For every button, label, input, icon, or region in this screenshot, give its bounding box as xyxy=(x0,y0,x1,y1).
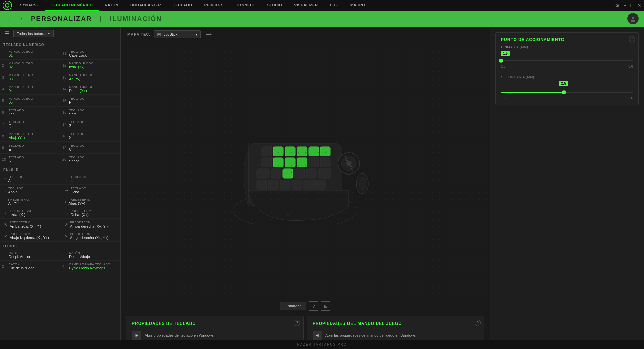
help-button[interactable]: ? xyxy=(309,301,318,311)
dpad-left-name: Izda. xyxy=(71,179,118,183)
key-4-num: 4 xyxy=(2,87,9,91)
upright-preset-icon: ↗ xyxy=(64,222,68,227)
grid-view-button[interactable]: ⊞ xyxy=(321,301,330,311)
gamepad-props-help-icon[interactable]: ? xyxy=(475,320,481,326)
dpad-up-preset-type: PREDETERM. xyxy=(8,198,58,201)
key-5[interactable]: 5 MANDO JUEGO 05 xyxy=(0,95,60,106)
key-15-name: F xyxy=(69,100,118,104)
key-19[interactable]: 19 TECLADO C xyxy=(60,142,120,153)
tab-teclado[interactable]: TECLADO xyxy=(167,0,198,11)
tab-perfiles[interactable]: PERFILES xyxy=(198,0,230,11)
keyboard-props-link[interactable]: Abrir propiedades del teclado en Windows xyxy=(145,333,214,337)
dpad-left-preset[interactable]: ← PREDETERM. Izda. (X-) xyxy=(0,207,60,219)
settings-icon[interactable]: ⚙ xyxy=(615,3,620,8)
up-arrow-icon: ↑ xyxy=(4,176,6,181)
otros-row-1: 1 RATÓN Despl. Arriba 3 RATÓN Despl. Aba… xyxy=(0,249,120,261)
left-preset-icon: ← xyxy=(4,210,8,215)
more-button[interactable]: ••• xyxy=(204,31,214,38)
key-1-num: 1 xyxy=(2,52,9,56)
key-16-name: Shift xyxy=(69,112,118,116)
menu-button[interactable]: ☰ xyxy=(3,30,11,37)
section-otros: OTROS xyxy=(0,242,120,249)
dpad-down-preset[interactable]: ↓ PREDETERM. Abaj. (Y+) xyxy=(60,196,120,207)
forward-button[interactable]: › xyxy=(18,14,25,24)
title-separator: | xyxy=(100,15,102,23)
key-16[interactable]: 16 TECLADO Shift xyxy=(60,107,120,118)
filter-dropdown[interactable]: Todos los boton... ▾ xyxy=(13,30,54,37)
tab-macro[interactable]: MACRO xyxy=(344,0,371,11)
otros-4[interactable]: 4 CAMBIAR MAPA TECLADO Cycle Down Keymap… xyxy=(60,261,120,272)
key-14[interactable]: 14 MANDO JUEGO Dcha. (X+) xyxy=(60,83,120,95)
key-2[interactable]: 2 MANDO JUEGO 02 xyxy=(0,60,60,71)
primary-slider-thumb[interactable] xyxy=(499,59,503,63)
keymap-bar: MAPA TEC. 🎮 JoyStick ▾ ••• xyxy=(121,27,490,42)
dpad-left[interactable]: ← TECLADO Izda. xyxy=(60,173,120,185)
otros-4-type: CAMBIAR MAPA TECLADO xyxy=(69,263,118,266)
key-12[interactable]: 12 MANDO JUEGO Izda. (X-) xyxy=(60,60,120,71)
dpad-up-preset[interactable]: ↑ PREDETERM. Ar. (Y-) xyxy=(0,196,60,207)
tab-studio[interactable]: STUDIO xyxy=(261,0,288,11)
key-8[interactable]: 8 MANDO JUEGO Abaj. (Y+) xyxy=(0,130,60,142)
dpad-downleft-preset[interactable]: ↙ PREDETERM. Abajo izquierda (X-, Y+) xyxy=(0,230,60,242)
standard-button[interactable]: Estándar xyxy=(280,302,306,310)
otros-3[interactable]: 3 RATÓN Despl. Abajo xyxy=(60,249,120,261)
left-panel: ☰ Todos los boton... ▾ TECLADO NUMÉRICO … xyxy=(0,27,121,349)
dpad-upright-preset[interactable]: ↗ PREDETERM. Arriba derecha (X+, Y-) xyxy=(60,219,120,230)
actuation-help-icon[interactable]: ? xyxy=(629,36,635,42)
key-3[interactable]: 3 MANDO JUEGO 03 xyxy=(0,71,60,83)
dpad-up[interactable]: ↑ TECLADO Ar. xyxy=(0,173,60,185)
footer: RAZER TARTARUS PRO xyxy=(0,340,644,349)
key-7[interactable]: 7 TECLADO Q xyxy=(0,118,60,130)
otros-1-name: Despl. Arriba xyxy=(9,255,58,259)
gamepad-props-link[interactable]: Abrir las propiedades del mando del jueg… xyxy=(325,333,417,337)
dpad-downright-preset[interactable]: ↘ PREDETERM. Abajo derecha (X+, Y+) xyxy=(60,230,120,242)
key-4[interactable]: 4 MANDO JUEGO 04 xyxy=(0,83,60,95)
user-avatar[interactable] xyxy=(627,13,639,24)
otros-1[interactable]: 1 RATÓN Despl. Arriba xyxy=(0,249,60,261)
key-17-info: TECLADO Z xyxy=(69,120,118,128)
dpad-right[interactable]: → TECLADO Dcha. xyxy=(60,185,120,196)
key-11-num: 11 xyxy=(62,52,69,56)
key-10[interactable]: 10 TECLADO R xyxy=(0,154,60,165)
otros-2[interactable]: 2 RATÓN Clic de la rueda xyxy=(0,261,60,272)
key-8-type: MANDO JUEGO xyxy=(9,132,58,136)
keyboard-props-icon: ⊞ xyxy=(132,331,141,340)
dpad-down-preset-type: PREDETERM. xyxy=(69,198,119,201)
primary-slider-section: PRIMARIA (mm) 1.5 1.5 3.6 xyxy=(501,45,633,68)
secondary-slider-track[interactable] xyxy=(501,92,633,93)
key-20[interactable]: 20 TECLADO Space xyxy=(60,154,120,165)
dpad-upleft-preset[interactable]: ↖ PREDETERM. Arriba Izda. (X-, Y-) xyxy=(0,219,60,230)
key-6[interactable]: 6 TECLADO Tab xyxy=(0,107,60,118)
tab-broadcaster[interactable]: BROADCASTER xyxy=(124,0,167,11)
downright-preset-icon: ↘ xyxy=(64,233,68,238)
key-1[interactable]: 1 MANDO JUEGO 01 xyxy=(0,48,60,59)
key-12-num: 12 xyxy=(62,63,69,67)
key-18[interactable]: 18 TECLADO X xyxy=(60,130,120,142)
keyboard-props-help-icon[interactable]: ? xyxy=(294,320,300,326)
close-icon[interactable]: ✕ xyxy=(637,3,641,8)
back-button[interactable]: ‹ xyxy=(5,14,13,24)
tab-raton[interactable]: RATÓN xyxy=(99,0,124,11)
minimize-icon[interactable]: − xyxy=(624,3,626,8)
center-area: MAPA TEC. 🎮 JoyStick ▾ ••• xyxy=(121,27,490,349)
key-11[interactable]: 11 TECLADO Caps Lock xyxy=(60,48,120,59)
tab-connect[interactable]: CONNECT xyxy=(230,0,261,11)
secondary-slider-thumb[interactable] xyxy=(562,90,566,94)
tab-teclado-numerico[interactable]: TECLADO NUMÉRICO xyxy=(45,0,99,11)
key-9[interactable]: 9 TECLADO E xyxy=(0,142,60,153)
tab-visualizer[interactable]: VISUALIZER xyxy=(288,0,324,11)
key-15[interactable]: 15 TECLADO F xyxy=(60,95,120,106)
key-18-num: 18 xyxy=(62,134,69,138)
bottom-bar: Estándar ? ⊞ xyxy=(121,299,490,313)
dpad-down[interactable]: ↓ TECLADO Abajo xyxy=(0,185,60,196)
dpad-right-preset[interactable]: → PREDETERM. Dcha. (X+) xyxy=(60,207,120,219)
primary-slider-track[interactable] xyxy=(501,60,633,61)
tab-synapse[interactable]: SYNAPSE xyxy=(14,0,45,11)
key-17[interactable]: 17 TECLADO Z xyxy=(60,118,120,130)
maximize-icon[interactable]: □ xyxy=(631,3,633,8)
key-13[interactable]: 13 MANDO JUEGO Ar. (Y-) xyxy=(60,71,120,83)
keymap-select[interactable]: 🎮 JoyStick ▾ xyxy=(154,30,201,38)
secondary-slider-label: SECUNDARIA (mm) xyxy=(501,75,633,79)
tab-hue[interactable]: HUE xyxy=(324,0,344,11)
key-6-info: TECLADO Tab xyxy=(9,109,58,116)
